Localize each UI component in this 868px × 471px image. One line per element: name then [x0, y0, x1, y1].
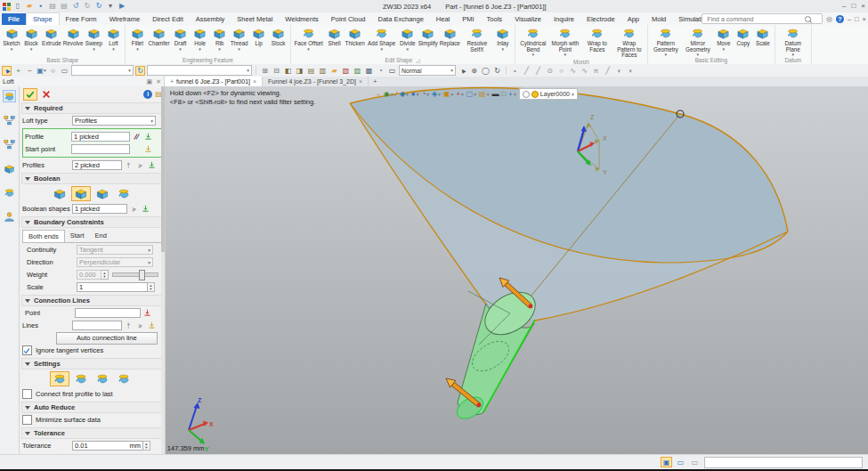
cancel-button[interactable]	[39, 88, 53, 101]
manager-user-icon[interactable]	[3, 210, 16, 223]
tab-file[interactable]: File	[2, 13, 26, 25]
circle-center-icon[interactable]: ⊙	[545, 66, 555, 76]
monitor-icon[interactable]: ▭	[675, 457, 686, 467]
profiles-pick-icon[interactable]	[147, 160, 157, 170]
connect-first-last-checkbox[interactable]	[22, 389, 32, 399]
section-boolean[interactable]: Boolean	[21, 173, 163, 184]
panel-dock-icon[interactable]: ▣	[147, 78, 153, 85]
curve-icon[interactable]: ∿	[580, 66, 589, 76]
ribbon-button-copy[interactable]: Copy	[734, 26, 753, 47]
tab-mold[interactable]: Mold	[645, 13, 672, 25]
ribbon-button-morph-with-point[interactable]: Morph with Point▾	[549, 26, 581, 56]
point-icon[interactable]: •	[510, 66, 520, 76]
tab-sheet-metal[interactable]: Sheet Metal	[231, 13, 279, 25]
layout-icon[interactable]: ▤▾	[479, 90, 489, 99]
manager-history-icon[interactable]	[3, 114, 16, 126]
minimize-window-icon[interactable]: –	[842, 2, 846, 10]
manager-shape-icon[interactable]	[3, 90, 16, 102]
redefine-icon[interactable]	[132, 132, 142, 142]
ribbon-button-face-offset[interactable]: Face Offset▾	[293, 26, 325, 51]
clip-icon[interactable]: ⊞	[260, 66, 270, 76]
view-orient-icon[interactable]: ◉▾	[384, 90, 393, 99]
doc-restore-icon[interactable]: □	[855, 15, 859, 23]
section-tolerance[interactable]: Tolerance	[21, 427, 163, 439]
link-icon[interactable]: ⊕	[469, 66, 479, 76]
sync-icon[interactable]: ↻	[492, 66, 502, 76]
plot-icon[interactable]: ▤	[60, 2, 69, 11]
scrollbar-thumb[interactable]	[161, 86, 165, 252]
tab-heal[interactable]: Heal	[430, 13, 456, 25]
redo-icon[interactable]: ↻	[83, 2, 92, 11]
ribbon-button-hole[interactable]: Hole▾	[191, 26, 210, 51]
ribbon-button-thread[interactable]: Thread▾	[230, 26, 249, 51]
tab-wireframe[interactable]: Wireframe	[103, 13, 147, 25]
dialog-launcher-icon[interactable]: ◿	[416, 57, 420, 63]
notebook-icon[interactable]: ▩	[364, 66, 374, 76]
add-entity-icon[interactable]: +	[13, 66, 23, 76]
save-icon[interactable]: ▪	[37, 2, 45, 11]
scale-spinner[interactable]: ▴▾	[148, 282, 155, 292]
visual-style-icon[interactable]: ◔▾	[421, 90, 429, 99]
direction-combo[interactable]: Perpendicular▾	[77, 257, 153, 267]
info-icon[interactable]: i	[143, 90, 152, 99]
label-curve-icon[interactable]: ◨	[295, 66, 304, 76]
doc-close-icon[interactable]: ×	[863, 15, 866, 23]
weight-slider[interactable]	[112, 272, 158, 277]
section-auto-reduce[interactable]: Auto Reduce	[21, 402, 163, 413]
display-mode-icon[interactable]: ●▾	[411, 90, 419, 99]
tab-free-form[interactable]: Free Form	[60, 13, 103, 25]
ribbon-button-stock[interactable]: Stock	[269, 26, 288, 47]
measure-icon[interactable]: ∕	[396, 90, 397, 99]
regen-icon[interactable]: ↻	[94, 2, 103, 11]
tab-inquire[interactable]: Inquire	[548, 13, 580, 25]
remove-entity-icon[interactable]: −	[25, 66, 35, 76]
input-combo[interactable]: ▾	[147, 65, 252, 76]
doc-minimize-icon[interactable]: –	[848, 15, 851, 23]
csys-icon[interactable]: +▾	[456, 90, 463, 99]
layer-color-icon[interactable]	[531, 91, 539, 98]
doc-tab-funnel-4-joe-z3-funnel-3-2d[interactable]: Funnel 4 joe.Z3 - [Funnel 3_2D]×	[263, 77, 369, 86]
line-icon[interactable]: ╱	[522, 66, 531, 76]
tab-weldments[interactable]: Weldments	[279, 13, 324, 25]
status-input[interactable]	[704, 457, 863, 468]
panel-scrollbar[interactable]	[161, 86, 165, 454]
settings-option4-button[interactable]	[114, 371, 134, 386]
ok-button[interactable]	[23, 88, 37, 101]
expand-icon[interactable]: ≽	[135, 160, 145, 170]
ribbon-button-replace[interactable]: Replace	[439, 26, 461, 47]
lines-field[interactable]	[72, 321, 122, 330]
output-window-icon[interactable]: ▭	[689, 457, 701, 467]
ribbon-button-scale[interactable]: Scale	[753, 26, 773, 47]
minimize-surface-checkbox[interactable]	[22, 415, 32, 425]
ribbon-button-move[interactable]: Move▾	[714, 26, 734, 51]
point-field[interactable]	[75, 308, 141, 318]
ribbon-button-pattern-geometry[interactable]: Pattern Geometry▾	[650, 26, 682, 56]
expand-icon[interactable]: ≽	[135, 321, 145, 330]
spline-icon[interactable]: ∿	[568, 66, 578, 76]
tolerance-field[interactable]: 0.01mm	[72, 441, 143, 451]
ribbon-button-cylindrical-bend[interactable]: Cylindrical Bend▾	[517, 26, 549, 56]
ribbon-button-loft[interactable]: Loft▾	[103, 26, 123, 51]
doc-tab-funnel-6-joe-z3-part001[interactable]: +funnel 6 Joe.Z3 - [Part001]×	[165, 77, 263, 86]
exit-environment-icon[interactable]: →	[374, 90, 381, 99]
ignore-tangent-checkbox[interactable]	[22, 345, 32, 355]
lines-pick-icon[interactable]	[147, 321, 157, 330]
ribbon-button-rib[interactable]: Rib▾	[210, 26, 230, 51]
boolean-add-button[interactable]	[71, 186, 91, 201]
drag-hand-icon[interactable]: ◖	[614, 66, 624, 76]
start-point-pick-icon[interactable]	[143, 144, 153, 154]
circle-select-icon[interactable]: ○	[48, 66, 58, 76]
ribbon-button-sketch[interactable]: Sketch▾	[2, 26, 21, 51]
tab-electrode[interactable]: Electrode	[580, 13, 621, 25]
web-icon[interactable]: ◯	[481, 66, 491, 76]
new-file-icon[interactable]: ▯	[13, 2, 22, 11]
boolean-base-button[interactable]	[50, 186, 69, 201]
ribbon-button-simplify[interactable]: Simplify	[418, 26, 439, 47]
zoom-window-icon[interactable]: ▢▾	[466, 90, 476, 99]
loft-type-combo[interactable]: Profiles▾	[72, 116, 156, 126]
ribbon-button-fillet[interactable]: Fillet▾	[127, 26, 147, 51]
section-required[interactable]: Required	[21, 102, 163, 114]
tab-start[interactable]: Start	[65, 230, 90, 241]
window-mode-icon[interactable]: ▭	[387, 66, 397, 76]
help-icon[interactable]: ?	[836, 15, 844, 23]
